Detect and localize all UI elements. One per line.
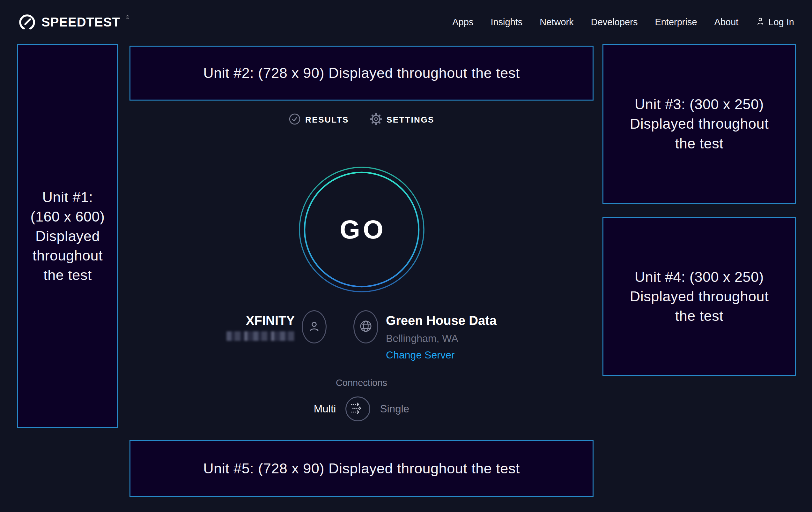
server-badge: [353, 310, 378, 344]
login-button[interactable]: Log In: [747, 16, 794, 28]
nav-item-apps[interactable]: Apps: [444, 17, 482, 27]
ad-unit-4[interactable]: Unit #4: (300 x 250) Displayed throughou…: [603, 217, 796, 376]
server-block: Green House Data Bellingham, WA Change S…: [353, 313, 497, 361]
isp-name: XFINITY: [246, 313, 295, 328]
logo-trademark: ®: [126, 12, 129, 22]
isp-badge: [302, 310, 326, 344]
nav-item-insights[interactable]: Insights: [482, 17, 531, 27]
logo-text: SPEEDTEST: [41, 12, 120, 32]
connections-toggle[interactable]: [345, 397, 370, 421]
isp-block: XFINITY: [227, 313, 326, 344]
change-server-link[interactable]: Change Server: [386, 349, 455, 361]
nav-item-network[interactable]: Network: [531, 17, 582, 27]
view-tabs: RESULTS: [129, 113, 593, 127]
login-label: Log In: [768, 17, 794, 27]
ad-unit-5-label: Unit #5: (728 x 90) Displayed throughout…: [203, 459, 520, 478]
connections-multi-label[interactable]: Multi: [314, 403, 336, 415]
ad-unit-1[interactable]: Unit #1: (160 x 600) Displayed throughou…: [17, 44, 118, 428]
go-button-area: GO: [129, 166, 593, 293]
speedtest-page: SPEEDTEST ® Apps Insights Network Develo…: [0, 0, 812, 512]
check-circle-icon: [289, 113, 301, 127]
go-label: GO: [298, 166, 426, 293]
nav-item-enterprise[interactable]: Enterprise: [646, 17, 705, 27]
connections-title: Connections: [336, 378, 387, 387]
globe-icon: [359, 320, 373, 334]
server-name: Green House Data: [386, 313, 497, 328]
nav-item-developers[interactable]: Developers: [582, 17, 646, 27]
connections-single-label[interactable]: Single: [380, 403, 409, 415]
main-nav: Apps Insights Network Developers Enterpr…: [444, 16, 794, 28]
isp-ip-redacted: [227, 331, 295, 341]
speedtest-logo[interactable]: SPEEDTEST ®: [18, 12, 129, 32]
connection-info-row: XFINITY: [129, 313, 593, 361]
go-button[interactable]: GO: [298, 166, 426, 293]
tab-settings-label: SETTINGS: [386, 115, 434, 125]
server-location: Bellingham, WA: [386, 332, 458, 344]
ad-unit-5[interactable]: Unit #5: (728 x 90) Displayed throughout…: [129, 440, 593, 497]
ad-unit-4-label: Unit #4: (300 x 250) Displayed throughou…: [623, 267, 776, 326]
ad-unit-3-label: Unit #3: (300 x 250) Displayed throughou…: [623, 95, 776, 153]
tab-settings[interactable]: SETTINGS: [370, 113, 434, 127]
tab-results[interactable]: RESULTS: [289, 113, 349, 127]
nav-item-about[interactable]: About: [706, 17, 747, 27]
speedometer-icon: [18, 12, 36, 32]
ad-unit-2-label: Unit #2: (728 x 90) Displayed throughout…: [203, 63, 520, 83]
ad-unit-2[interactable]: Unit #2: (728 x 90) Displayed throughout…: [129, 46, 593, 101]
ad-unit-1-label: Unit #1: (160 x 600) Displayed throughou…: [28, 187, 108, 285]
ad-unit-3[interactable]: Unit #3: (300 x 250) Displayed throughou…: [603, 44, 796, 204]
person-icon: [308, 320, 321, 334]
connections-section: Connections Multi Single: [129, 378, 593, 421]
gear-icon: [370, 113, 382, 127]
user-icon: [756, 16, 765, 28]
tab-results-label: RESULTS: [305, 115, 349, 125]
top-nav-bar: SPEEDTEST ® Apps Insights Network Develo…: [0, 0, 812, 44]
multi-connection-arrows-icon: [350, 402, 365, 415]
